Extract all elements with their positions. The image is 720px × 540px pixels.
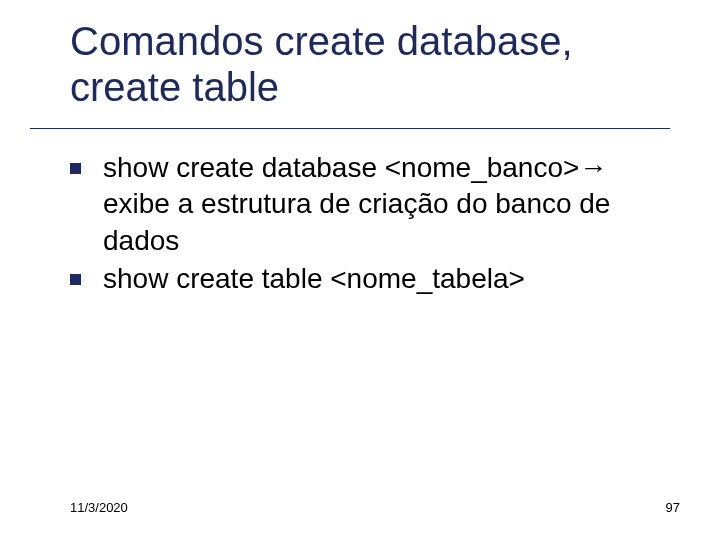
footer-date: 11/3/2020 — [70, 500, 128, 515]
list-item-text: show create database <nome_banco>→ exibe… — [103, 150, 670, 259]
title-underline — [30, 128, 670, 129]
slide-title: Comandos create database, create table — [70, 18, 670, 110]
square-bullet-icon — [70, 163, 81, 174]
list-item: show create database <nome_banco>→ exibe… — [70, 150, 670, 259]
slide: Comandos create database, create table s… — [0, 0, 720, 540]
slide-body: show create database <nome_banco>→ exibe… — [70, 150, 670, 300]
square-bullet-icon — [70, 274, 81, 285]
list-item: show create table <nome_tabela> — [70, 261, 670, 297]
list-item-text: show create table <nome_tabela> — [103, 261, 525, 297]
footer-page-number: 97 — [666, 500, 680, 515]
